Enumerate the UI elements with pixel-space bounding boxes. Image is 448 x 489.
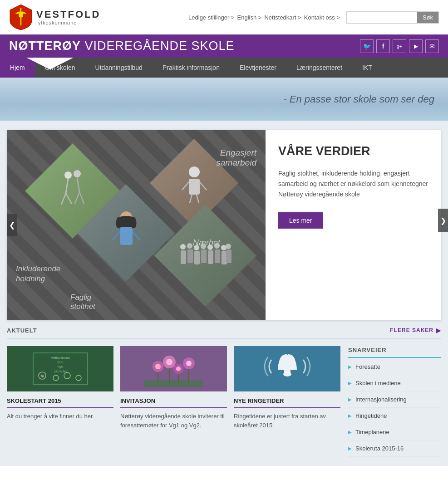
svg-point-19 (180, 244, 186, 249)
social-icons-bar: 🐦 f g+ ▶ ✉ (360, 39, 439, 53)
rss-icon[interactable]: ▶ (409, 39, 423, 53)
nav-utdanningstilbud[interactable]: Utdanningstilbud (85, 58, 153, 78)
flere-saker-link[interactable]: FLERE SAKER ▶ (390, 327, 441, 334)
svg-rect-29 (194, 251, 200, 264)
overlay-engasjert: Engasjert samarbeid (216, 148, 256, 168)
snarveier-arrow-icon-4: ▶ (348, 413, 352, 418)
carousel-area: Engasjert samarbeid Nærhet Inkluderende … (0, 121, 448, 320)
nav-ledige[interactable]: Ledige stillinger > (188, 14, 235, 21)
svg-point-54 (186, 361, 192, 366)
logo-fylke-text: fylkeskommune (36, 20, 100, 25)
svg-point-52 (176, 367, 181, 371)
svg-rect-34 (226, 249, 231, 263)
snarveier-item-intern[interactable]: ▶ Internasjonalisering (348, 391, 441, 408)
snarveier-arrow-icon-5: ▶ (348, 430, 352, 435)
news-snarveier-row: Velkommen til et nytt skoleår! 📚 SKOLEST… (7, 339, 441, 457)
svg-text:nytt: nytt (57, 365, 64, 369)
bottom-area: AKTUELT FLERE SAKER ▶ Velkommen til et n… (0, 320, 448, 466)
snarveier-item-foresatte[interactable]: ▶ Foresatte (348, 359, 441, 375)
nav-ikt[interactable]: IKT (352, 58, 382, 78)
svg-line-6 (66, 193, 72, 204)
news-image-skolestart: Velkommen til et nytt skoleår! 📚 (7, 346, 113, 391)
search-box: Søk (346, 11, 439, 24)
hero-tagline: - En passe stor skole som ser deg (283, 93, 434, 105)
svg-rect-32 (215, 249, 220, 263)
svg-line-4 (77, 177, 79, 192)
email-icon[interactable]: ✉ (425, 39, 439, 53)
snarveier-item-ringetider[interactable]: ▶ Ringetidene (348, 408, 441, 424)
svg-rect-10 (189, 179, 200, 195)
news-card-ringetider: NYE RINGETIDER Ringetidene er justert fr… (234, 346, 340, 457)
svg-text:skoleår!: skoleår! (54, 369, 66, 373)
svg-point-26 (226, 244, 231, 249)
carousel-prev-button[interactable]: ❮ (7, 214, 17, 236)
school-name-rest: VIDEREGÅENDE SKOLE (81, 39, 235, 53)
snarveier-item-skolen[interactable]: ▶ Skolen i mediene (348, 375, 441, 391)
svg-text:📚: 📚 (40, 374, 44, 378)
svg-line-13 (190, 195, 192, 203)
search-input[interactable] (347, 12, 417, 23)
facebook-icon[interactable]: f (376, 39, 390, 53)
svg-rect-59 (144, 380, 203, 387)
svg-point-20 (187, 243, 192, 249)
school-name-bold: NØTTERØY (9, 39, 81, 53)
snarveier-title: SNARVEIER (348, 347, 387, 353)
aktuelt-header: AKTUELT FLERE SAKER ▶ (7, 320, 441, 339)
snarveier-sidebar: SNARVEIER ▶ Foresatte ▶ Skolen i mediene… (348, 346, 441, 457)
news-image-invitasjon (120, 346, 227, 391)
nav-elevtjenester[interactable]: Elevtjenester (230, 58, 286, 78)
hero-section: - En passe stor skole som ser deg (0, 78, 448, 121)
svg-point-2 (74, 170, 81, 177)
svg-line-17 (113, 231, 120, 240)
snarveier-arrow-icon-6: ▶ (348, 446, 352, 451)
svg-point-48 (155, 364, 161, 369)
news-image-ringetider (234, 346, 340, 391)
svg-text:til et: til et (57, 361, 63, 364)
svg-point-1 (64, 171, 72, 179)
top-bar: VESTFOLD fylkeskommune Ledige stillinger… (0, 0, 448, 34)
svg-line-5 (61, 193, 66, 205)
overlay-faglig: Faglig stolthet (70, 293, 95, 311)
svg-line-12 (200, 182, 207, 190)
svg-line-3 (66, 179, 68, 193)
svg-text:Velkommen: Velkommen (51, 356, 70, 360)
news-card-skolestart: Velkommen til et nytt skoleår! 📚 SKOLEST… (7, 346, 113, 457)
carousel-next-button[interactable]: ❯ (438, 209, 448, 232)
les-mer-button[interactable]: Les mer (278, 212, 323, 229)
logo-text-block: VESTFOLD fylkeskommune (36, 9, 100, 25)
school-header: NØTTERØY VIDEREGÅENDE SKOLE 🐦 f g+ ▶ ✉ (0, 34, 448, 58)
snarveier-header: SNARVEIER (348, 346, 441, 358)
nav-praktisk[interactable]: Praktisk informasjon (153, 58, 230, 78)
news-card-2-text: Nøtterøy videregående skole inviterer ti… (120, 412, 227, 430)
overlay-naerhet: Nærhet (193, 238, 220, 248)
news-card-invitasjon: INVITASJON Nøtterøy videregående skole i… (120, 346, 227, 457)
news-card-1-title-bar: SKOLESTART 2015 (7, 397, 113, 408)
snarveier-item-timeplan[interactable]: ▶ Timeplanene (348, 424, 441, 440)
info-panel-title: VÅRE VERDIER (278, 144, 428, 158)
carousel-panel: Engasjert samarbeid Nærhet Inkluderende … (7, 130, 266, 320)
overlay-inkluderende: Inkluderende holdning (16, 264, 60, 284)
search-button[interactable]: Søk (417, 12, 438, 23)
twitter-icon[interactable]: 🐦 (360, 39, 374, 53)
nav-laeringssenteret[interactable]: Læringssenteret (286, 58, 352, 78)
logo-area: VESTFOLD fylkeskommune (9, 4, 100, 31)
nav-nettstedkart[interactable]: Nettstedkart > (264, 14, 301, 21)
news-card-1-title: SKOLESTART 2015 (7, 397, 61, 404)
svg-point-9 (189, 166, 200, 177)
svg-line-8 (79, 192, 84, 204)
nav-english[interactable]: English > (237, 14, 262, 21)
news-card-3-title: NYE RINGETIDER (234, 397, 284, 404)
snarveier-arrow-icon-3: ▶ (348, 397, 352, 402)
svg-rect-30 (201, 249, 207, 263)
svg-rect-27 (181, 250, 186, 264)
news-card-2-title-bar: INVITASJON (120, 397, 227, 408)
nav-kontakt[interactable]: Kontakt oss > (304, 14, 340, 21)
snarveier-item-skoleruta[interactable]: ▶ Skoleruta 2015-16 (348, 440, 441, 457)
snarveier-arrow-icon-2: ▶ (348, 381, 352, 386)
svg-rect-31 (208, 250, 213, 264)
googleplus-icon[interactable]: g+ (393, 39, 406, 53)
svg-line-11 (182, 182, 189, 190)
news-card-3-title-bar: NYE RINGETIDER (234, 397, 340, 408)
school-title: NØTTERØY VIDEREGÅENDE SKOLE (9, 39, 235, 53)
school-title-area: NØTTERØY VIDEREGÅENDE SKOLE (9, 39, 235, 53)
